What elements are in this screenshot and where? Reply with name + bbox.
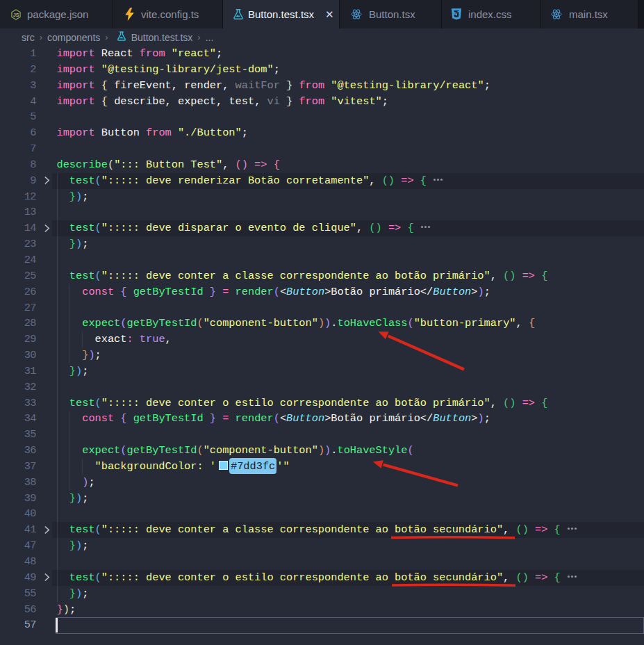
svg-text:JS: JS — [13, 12, 19, 17]
